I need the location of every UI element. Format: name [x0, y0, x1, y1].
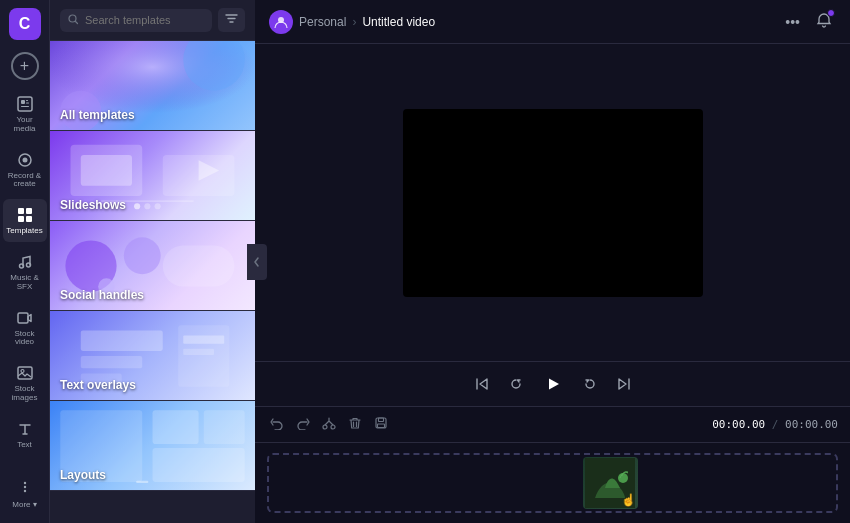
notifications-button[interactable] — [812, 8, 836, 35]
template-card-text[interactable]: Text overlays — [50, 311, 255, 401]
notification-badge — [827, 9, 835, 17]
template-card-slideshows[interactable]: Slideshows — [50, 131, 255, 221]
breadcrumb-separator: › — [352, 15, 356, 29]
sidebar-item-label: Stock video — [7, 330, 43, 348]
top-bar-actions: ••• — [781, 8, 836, 35]
video-preview-area — [255, 44, 850, 361]
timeline-area: 00:00.00 / 00:00.00 — [255, 406, 850, 523]
skip-to-end-button[interactable] — [613, 373, 635, 395]
top-bar: Personal › Untitled video ••• — [255, 0, 850, 44]
breadcrumb-home[interactable]: Personal — [299, 15, 346, 29]
svg-point-30 — [124, 237, 161, 274]
svg-rect-14 — [18, 367, 32, 379]
search-bar — [50, 0, 255, 41]
more-options-button[interactable]: ••• — [781, 10, 804, 34]
sidebar-panel: All templates Slideshows — [50, 0, 255, 523]
workspace-avatar — [269, 10, 293, 34]
stock-images-icon — [15, 363, 35, 383]
time-separator: / — [772, 418, 785, 431]
add-button[interactable]: + — [11, 52, 39, 80]
svg-rect-7 — [18, 208, 24, 214]
sidebar-item-label: Templates — [6, 227, 42, 236]
svg-point-27 — [144, 203, 150, 209]
svg-point-26 — [134, 203, 140, 209]
search-input[interactable] — [85, 14, 204, 26]
cut-button[interactable] — [319, 413, 339, 436]
save-button[interactable] — [371, 413, 391, 436]
svg-point-16 — [23, 482, 25, 484]
svg-rect-40 — [153, 410, 199, 444]
drop-zone[interactable]: ☝ Drag and drop media to the timeline — [267, 453, 838, 513]
sidebar-item-templates[interactable]: Templates — [3, 199, 47, 242]
svg-point-19 — [69, 15, 76, 22]
svg-point-15 — [21, 370, 24, 373]
filter-button[interactable] — [218, 8, 245, 32]
rewind-button[interactable] — [505, 373, 527, 395]
sidebar-item-label: Stock images — [7, 385, 43, 403]
template-card-label: Text overlays — [60, 378, 136, 392]
main-content: Personal › Untitled video ••• — [255, 0, 850, 523]
breadcrumb: Personal › Untitled video — [269, 10, 435, 34]
playback-controls — [255, 361, 850, 406]
sidebar-item-stock-video[interactable]: Stock video — [3, 302, 47, 354]
sidebar-item-music[interactable]: Music & SFX — [3, 246, 47, 298]
search-input-wrapper — [60, 9, 212, 32]
text-icon — [15, 419, 35, 439]
nav-more-button[interactable]: More ▾ — [3, 473, 47, 515]
templates-list: All templates Slideshows — [50, 41, 255, 523]
svg-rect-38 — [183, 349, 214, 355]
left-navigation: C + Your media Record &create — [0, 0, 50, 523]
svg-point-11 — [19, 264, 23, 268]
music-icon — [15, 252, 35, 272]
svg-point-45 — [331, 425, 335, 429]
sidebar-item-record[interactable]: Record &create — [3, 144, 47, 196]
svg-rect-42 — [153, 448, 245, 482]
template-card-all[interactable]: All templates — [50, 41, 255, 131]
app-logo: C — [9, 8, 41, 40]
svg-rect-13 — [18, 313, 28, 323]
template-card-label: Slideshows — [60, 198, 126, 212]
template-card-layouts[interactable]: Layouts — [50, 401, 255, 491]
sidebar-item-stock-images[interactable]: Stock images — [3, 357, 47, 409]
forward-button[interactable] — [579, 373, 601, 395]
svg-rect-1 — [21, 100, 25, 104]
sidebar-item-label: Music & SFX — [7, 274, 43, 292]
collapse-panel-button[interactable] — [247, 244, 267, 280]
cursor-icon: ☝ — [621, 493, 636, 507]
svg-rect-8 — [26, 208, 32, 214]
timeline-toolbar: 00:00.00 / 00:00.00 — [255, 407, 850, 443]
svg-rect-4 — [21, 106, 29, 107]
svg-rect-10 — [26, 216, 32, 222]
svg-point-18 — [23, 490, 25, 492]
more-icon — [17, 479, 33, 498]
timeline-time: 00:00.00 / 00:00.00 — [712, 418, 838, 431]
skip-to-start-button[interactable] — [471, 373, 493, 395]
delete-button[interactable] — [345, 413, 365, 436]
templates-icon — [15, 205, 35, 225]
svg-point-28 — [155, 203, 161, 209]
svg-rect-33 — [81, 330, 163, 351]
template-card-social[interactable]: Social handles — [50, 221, 255, 311]
template-card-label: Social handles — [60, 288, 144, 302]
undo-button[interactable] — [267, 413, 287, 436]
redo-button[interactable] — [293, 413, 313, 436]
sidebar-item-your-media[interactable]: Your media — [3, 88, 47, 140]
svg-rect-47 — [379, 418, 384, 422]
template-card-label: All templates — [60, 108, 135, 122]
svg-rect-31 — [163, 246, 235, 287]
svg-rect-24 — [81, 155, 132, 186]
timeline-track: ☝ Drag and drop media to the timeline — [255, 443, 850, 523]
play-button[interactable] — [539, 370, 567, 398]
breadcrumb-current: Untitled video — [362, 15, 435, 29]
svg-rect-3 — [26, 103, 29, 104]
svg-rect-48 — [378, 424, 385, 428]
stock-video-icon — [15, 308, 35, 328]
svg-rect-2 — [26, 100, 28, 101]
total-time: 00:00.00 — [785, 418, 838, 431]
sidebar-item-text[interactable]: Text — [3, 413, 47, 456]
svg-point-17 — [23, 486, 25, 488]
svg-rect-34 — [81, 356, 143, 368]
svg-rect-9 — [18, 216, 24, 222]
current-time: 00:00.00 — [712, 418, 765, 431]
svg-point-44 — [323, 425, 327, 429]
